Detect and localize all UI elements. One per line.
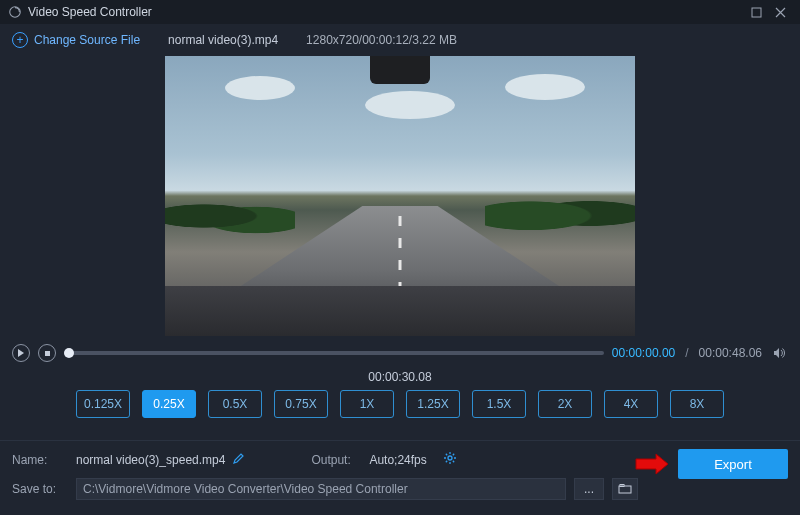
speed-button-0.125x[interactable]: 0.125X bbox=[76, 390, 130, 418]
output-label: Output: bbox=[311, 453, 361, 467]
name-label: Name: bbox=[12, 453, 68, 467]
export-button[interactable]: Export bbox=[678, 449, 788, 479]
speed-button-0.75x[interactable]: 0.75X bbox=[274, 390, 328, 418]
volume-icon[interactable] bbox=[770, 344, 788, 362]
mid-time-label: 00:00:30.08 bbox=[368, 370, 431, 384]
app-logo-icon bbox=[8, 5, 22, 19]
speed-button-8x[interactable]: 8X bbox=[670, 390, 724, 418]
open-folder-icon[interactable] bbox=[612, 478, 638, 500]
saveto-input[interactable] bbox=[76, 478, 566, 500]
source-meta: 1280x720/00:00:12/3.22 MB bbox=[306, 33, 457, 47]
time-total: 00:00:48.06 bbox=[699, 346, 762, 360]
speed-button-0.5x[interactable]: 0.5X bbox=[208, 390, 262, 418]
app-title: Video Speed Controller bbox=[28, 5, 152, 19]
speed-options: 0.125X0.25X0.5X0.75X1X1.25X1.5X2X4X8X bbox=[0, 390, 800, 434]
speed-button-1.5x[interactable]: 1.5X bbox=[472, 390, 526, 418]
svg-rect-4 bbox=[619, 486, 631, 493]
seek-thumb[interactable] bbox=[64, 348, 74, 358]
svg-rect-2 bbox=[45, 351, 50, 356]
seek-slider[interactable] bbox=[64, 351, 604, 355]
source-filename: normal video(3).mp4 bbox=[168, 33, 278, 47]
svg-rect-1 bbox=[752, 8, 761, 17]
speed-button-4x[interactable]: 4X bbox=[604, 390, 658, 418]
stop-button[interactable] bbox=[38, 344, 56, 362]
output-value: Auto;24fps bbox=[369, 453, 426, 467]
change-source-button[interactable]: + Change Source File bbox=[12, 32, 140, 48]
speed-button-1x[interactable]: 1X bbox=[340, 390, 394, 418]
speed-button-1.25x[interactable]: 1.25X bbox=[406, 390, 460, 418]
speed-button-2x[interactable]: 2X bbox=[538, 390, 592, 418]
plus-circle-icon: + bbox=[12, 32, 28, 48]
time-current: 00:00:00.00 bbox=[612, 346, 675, 360]
browse-button[interactable]: ... bbox=[574, 478, 604, 500]
play-button[interactable] bbox=[12, 344, 30, 362]
saveto-label: Save to: bbox=[12, 482, 68, 496]
change-source-label: Change Source File bbox=[34, 33, 140, 47]
speed-button-0.25x[interactable]: 0.25X bbox=[142, 390, 196, 418]
svg-point-3 bbox=[448, 456, 452, 460]
maximize-icon[interactable] bbox=[744, 0, 768, 24]
gear-icon[interactable] bbox=[443, 451, 457, 468]
name-value: normal video(3)_speed.mp4 bbox=[76, 453, 225, 467]
annotation-arrow-icon bbox=[634, 453, 670, 475]
edit-name-icon[interactable] bbox=[233, 452, 245, 467]
close-icon[interactable] bbox=[768, 0, 792, 24]
video-preview[interactable] bbox=[165, 56, 635, 336]
svg-point-0 bbox=[10, 7, 21, 18]
